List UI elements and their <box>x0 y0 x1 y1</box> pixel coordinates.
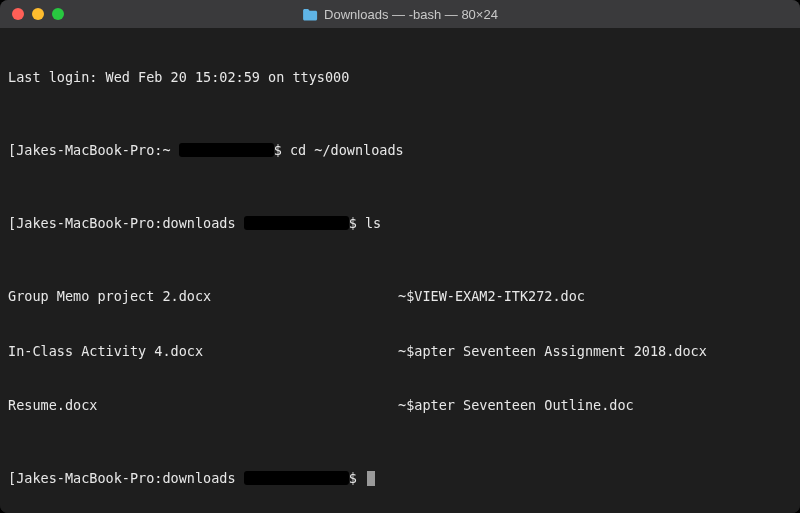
window-title-group: Downloads — -bash — 80×24 <box>302 7 498 22</box>
redacted-user-2 <box>244 216 349 230</box>
ls-file-right-1: ~$VIEW-EXAM2-ITK272.doc <box>398 287 792 305</box>
ls-file-left-2: In-Class Activity 4.docx <box>8 342 398 360</box>
ls-file-right-3: ~$apter Seventeen Outline.doc <box>398 396 792 414</box>
prompt-cmd-3: $ <box>349 470 365 486</box>
redacted-user-1 <box>179 143 274 157</box>
traffic-lights <box>0 8 64 20</box>
cursor-icon <box>367 471 375 486</box>
zoom-icon[interactable] <box>52 8 64 20</box>
bracket-open: [ <box>8 142 16 158</box>
prompt-host-3: Jakes-MacBook-Pro:downloads <box>16 470 244 486</box>
prompt-cmd-1: $ cd ~/downloads <box>274 142 404 158</box>
prompt-host-2: Jakes-MacBook-Pro:downloads <box>16 215 244 231</box>
titlebar: Downloads — -bash — 80×24 <box>0 0 800 28</box>
bracket-open: [ <box>8 215 16 231</box>
ls-file-right-2: ~$apter Seventeen Assignment 2018.docx <box>398 342 792 360</box>
ls-file-left-1: Group Memo project 2.docx <box>8 287 398 305</box>
prompt-host-1: Jakes-MacBook-Pro:~ <box>16 142 179 158</box>
ls-file-left-3: Resume.docx <box>8 396 398 414</box>
ls-output-row-2: In-Class Activity 4.docx ~$apter Sevente… <box>8 342 792 360</box>
prompt-cmd-2: $ ls <box>349 215 382 231</box>
last-login-line: Last login: Wed Feb 20 15:02:59 on ttys0… <box>8 68 792 86</box>
redacted-user-3 <box>244 471 349 485</box>
prompt-line-2: [Jakes-MacBook-Pro:downloads $ ls <box>8 214 792 232</box>
prompt-line-1: [Jakes-MacBook-Pro:~ $ cd ~/downloads <box>8 141 792 159</box>
terminal-body[interactable]: Last login: Wed Feb 20 15:02:59 on ttys0… <box>0 28 800 513</box>
minimize-icon[interactable] <box>32 8 44 20</box>
close-icon[interactable] <box>12 8 24 20</box>
ls-output-row-1: Group Memo project 2.docx ~$VIEW-EXAM2-I… <box>8 287 792 305</box>
prompt-line-3: [Jakes-MacBook-Pro:downloads $ <box>8 469 792 487</box>
bracket-open: [ <box>8 470 16 486</box>
ls-output-row-3: Resume.docx ~$apter Seventeen Outline.do… <box>8 396 792 414</box>
folder-icon <box>302 8 318 21</box>
window-title: Downloads — -bash — 80×24 <box>324 7 498 22</box>
terminal-window: Downloads — -bash — 80×24 Last login: We… <box>0 0 800 513</box>
